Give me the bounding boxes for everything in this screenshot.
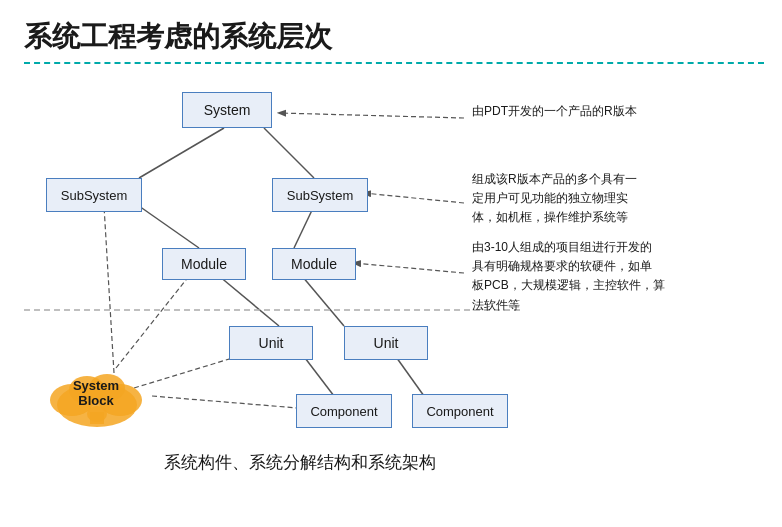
bottom-caption: 系统构件、系统分解结构和系统架构 (164, 451, 436, 474)
subsystem2-box: SubSystem (272, 178, 368, 212)
subsystem1-box: SubSystem (46, 178, 142, 212)
svg-line-10 (364, 193, 464, 203)
svg-line-0 (139, 128, 224, 178)
svg-rect-22 (90, 412, 104, 424)
unit2-box: Unit (344, 326, 428, 360)
cloud-label1: System (56, 378, 136, 393)
module-annotation: 由3-10人组成的项目组进行开发的具有明确规格要求的软硬件，如单板PCB，大规模… (472, 238, 665, 315)
title-divider (24, 62, 764, 64)
cloud-shape: System Block (42, 350, 152, 434)
system-annotation: 由PDT开发的一个产品的R版本 (472, 102, 637, 120)
svg-line-12 (104, 206, 114, 373)
svg-line-6 (302, 354, 334, 396)
svg-line-3 (294, 206, 314, 248)
component1-box: Component (296, 394, 392, 428)
component2-box: Component (412, 394, 508, 428)
svg-line-5 (302, 276, 344, 326)
svg-line-7 (394, 354, 424, 396)
module2-box: Module (272, 248, 356, 280)
diagram-area: System SubSystem SubSystem Module Module… (24, 78, 764, 478)
subsystem-annotation: 组成该R版本产品的多个具有一定用户可见功能的独立物理实体，如机框，操作维护系统等 (472, 170, 637, 228)
page-title: 系统工程考虑的系统层次 (24, 18, 758, 56)
svg-line-1 (264, 128, 314, 178)
page: 系统工程考虑的系统层次 (0, 0, 782, 527)
svg-line-2 (139, 206, 199, 248)
unit1-box: Unit (229, 326, 313, 360)
system-box: System (182, 92, 272, 128)
svg-line-9 (279, 113, 464, 118)
cloud-label2: Block (56, 393, 136, 408)
module1-box: Module (162, 248, 246, 280)
svg-line-4 (219, 276, 279, 326)
svg-line-11 (354, 263, 464, 273)
